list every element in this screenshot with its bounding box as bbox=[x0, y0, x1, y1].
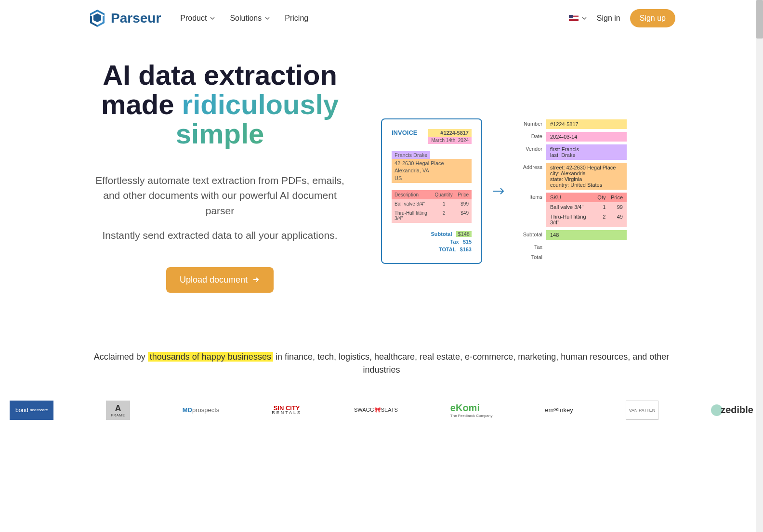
tax-value: $15 bbox=[463, 239, 472, 245]
hero-title: AI data extraction made ridiculously sim… bbox=[88, 61, 352, 149]
acclaimed-text: Acclaimed by thousands of happy business… bbox=[88, 350, 675, 376]
invoice-title: INVOICE bbox=[392, 129, 417, 136]
extracted-vendor: first: Francis last: Drake bbox=[546, 144, 627, 160]
logo-vanpatten: VAN PATTEN bbox=[626, 401, 659, 420]
invoice-date: March 14th, 2024 bbox=[428, 137, 472, 144]
item-row: Thru-Hull fitting 3/4" 2 $49 bbox=[392, 208, 472, 223]
nav-pricing[interactable]: Pricing bbox=[285, 14, 308, 23]
subtotal-value: $148 bbox=[456, 231, 472, 237]
total-value: $163 bbox=[460, 247, 472, 252]
logo-sincity: SIN CITY RENTALS bbox=[272, 401, 302, 420]
acclaimed-section: Acclaimed by thousands of happy business… bbox=[88, 331, 675, 386]
main-nav: Product Solutions Pricing bbox=[180, 14, 569, 23]
logo-emonkey: em👁nkey bbox=[545, 401, 573, 420]
parseur-logo-icon bbox=[88, 9, 107, 28]
logo-frame: A FRAME bbox=[106, 401, 130, 420]
vendor-name: Francis Drake bbox=[392, 151, 430, 159]
client-logos: bond healthcare A FRAME MDprospects SIN … bbox=[0, 386, 763, 434]
invoice-number: #1224-5817 bbox=[428, 129, 472, 137]
arrow-right-icon bbox=[252, 276, 260, 284]
upload-document-button[interactable]: Upload document bbox=[166, 267, 274, 293]
logo-mdprospects: MDprospects bbox=[183, 401, 220, 420]
scrollbar-thumb[interactable] bbox=[756, 0, 763, 39]
hero-section: AI data extraction made ridiculously sim… bbox=[88, 37, 675, 331]
us-flag-icon bbox=[569, 15, 579, 22]
nav-product[interactable]: Product bbox=[180, 14, 215, 23]
hero-content: AI data extraction made ridiculously sim… bbox=[88, 61, 352, 293]
brand-name: Parseur bbox=[111, 11, 161, 26]
extracted-items: SKU Qty Price Ball valve 3/4" 1 99 Thru-… bbox=[546, 193, 627, 227]
hero-demo: INVOICE #1224-5817 March 14th, 2024 Fran… bbox=[381, 61, 675, 264]
hero-subtitle-2: Instantly send extracted data to all you… bbox=[88, 228, 352, 243]
main-header: Parseur Product Solutions Pricing Sign i… bbox=[88, 0, 675, 37]
item-row: Ball valve 3/4" 1 $99 bbox=[392, 199, 472, 208]
chevron-down-icon bbox=[264, 15, 270, 21]
brand-logo[interactable]: Parseur bbox=[88, 9, 161, 28]
logo-swaggseats: SWAGG🎀SEATS bbox=[354, 401, 398, 420]
chevron-down-icon bbox=[210, 15, 215, 21]
acclaimed-highlight: thousands of happy businesses bbox=[148, 352, 273, 362]
extracted-address: street: 42-2630 Hegal Place city: Alexan… bbox=[546, 163, 627, 190]
logo-bond: bond healthcare bbox=[10, 401, 53, 420]
signin-link[interactable]: Sign in bbox=[597, 14, 620, 23]
vendor-address: 42-2630 Hegal Place Alexandria, VA US bbox=[392, 159, 472, 183]
scrollbar-track[interactable] bbox=[756, 0, 763, 434]
nav-solutions[interactable]: Solutions bbox=[230, 14, 270, 23]
extracted-data: Number #1224-5817 Date 2024-03-14 Vendor… bbox=[516, 119, 627, 263]
extracted-date: 2024-03-14 bbox=[546, 132, 627, 142]
logo-ekomi: eKomi The Feedback Company bbox=[450, 401, 493, 420]
extracted-tax bbox=[546, 243, 627, 247]
language-selector[interactable] bbox=[569, 15, 587, 22]
items-header: Description Quantity Price bbox=[392, 190, 472, 199]
extracted-subtotal: 148 bbox=[546, 230, 627, 240]
arrow-right-icon bbox=[492, 186, 506, 196]
signup-button[interactable]: Sign up bbox=[630, 9, 675, 27]
extracted-number: #1224-5817 bbox=[546, 119, 627, 129]
extracted-total bbox=[546, 253, 627, 257]
logo-zedible: zedible bbox=[711, 401, 753, 420]
hero-subtitle-1: Effortlessly automate text extraction fr… bbox=[88, 173, 352, 219]
header-actions: Sign in Sign up bbox=[569, 9, 675, 27]
chevron-down-icon bbox=[581, 15, 587, 21]
invoice-preview: INVOICE #1224-5817 March 14th, 2024 Fran… bbox=[381, 118, 482, 264]
